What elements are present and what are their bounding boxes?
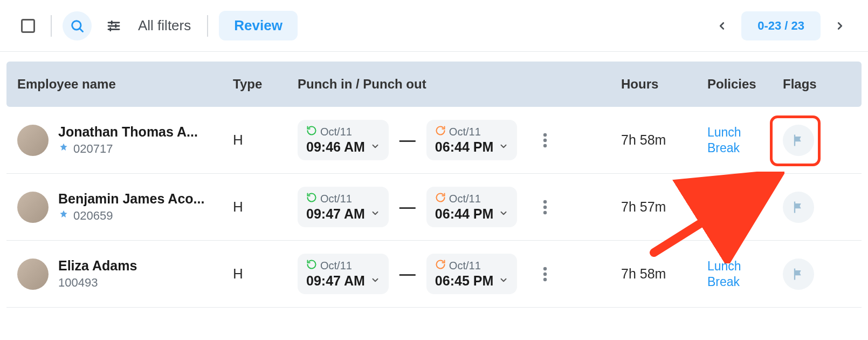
type-cell: H [233, 266, 298, 282]
punch-out-chip[interactable]: Oct/1106:45 PM [426, 254, 517, 294]
dash-separator: — [396, 131, 419, 149]
employee-name: Eliza Adams [58, 258, 137, 274]
chip-date: Oct/11 [320, 126, 352, 138]
flag-button[interactable] [783, 192, 814, 223]
punch-out-chip[interactable]: Oct/1106:44 PM [426, 120, 517, 160]
column-flags[interactable]: Flags [783, 77, 837, 92]
row-actions-button[interactable] [535, 198, 555, 217]
employee-info: Benjamin James Aco...020659 [58, 191, 204, 223]
punch-in-chip[interactable]: Oct/1109:46 AM [298, 120, 389, 160]
type-cell: H [233, 132, 298, 148]
column-punch[interactable]: Punch in / Punch out [298, 77, 621, 92]
svg-point-11 [543, 200, 547, 203]
employee-id-row: 100493 [58, 276, 137, 290]
employee-id: 020659 [73, 209, 113, 223]
chip-bottom: 09:47 AM [306, 206, 380, 222]
policies-link[interactable]: LunchBreak [707, 192, 783, 223]
policy-line: Break [707, 274, 783, 290]
chip-time: 09:47 AM [306, 206, 365, 222]
chip-date: Oct/11 [320, 260, 352, 272]
policy-line: Lunch [707, 259, 783, 274]
svg-point-8 [543, 133, 547, 136]
employee-cell[interactable]: Eliza Adams100493 [17, 258, 233, 290]
star-icon [58, 209, 69, 222]
policy-line: Break [707, 140, 783, 156]
chip-top: Oct/11 [306, 259, 380, 272]
next-page-button[interactable] [828, 14, 852, 38]
chevron-down-icon [499, 208, 508, 220]
chip-bottom: 06:45 PM [435, 273, 508, 289]
hours-cell: 7h 58m [621, 132, 707, 148]
punch-in-icon [306, 192, 317, 205]
employee-id-row: 020659 [58, 209, 204, 223]
chip-top: Oct/11 [435, 192, 508, 205]
chip-time: 09:47 AM [306, 273, 365, 289]
table: Employee name Type Punch in / Punch out … [0, 52, 868, 308]
kebab-icon [543, 200, 547, 215]
sliders-button[interactable] [99, 11, 128, 40]
flags-cell [783, 192, 837, 223]
policies-link[interactable]: LunchBreak [707, 259, 783, 290]
punch-cell: Oct/1109:47 AM—Oct/1106:44 PM [298, 187, 621, 227]
chip-time: 06:45 PM [435, 273, 493, 289]
search-icon [70, 18, 85, 33]
divider [207, 15, 208, 37]
star-icon [58, 142, 69, 155]
punch-in-chip[interactable]: Oct/1109:47 AM [298, 254, 389, 294]
divider [51, 15, 52, 37]
all-filters-button[interactable]: All filters [138, 17, 191, 34]
policies-link[interactable]: LunchBreak [707, 125, 783, 156]
flags-cell [783, 259, 837, 290]
prev-page-button[interactable] [710, 14, 734, 38]
policy-line: Lunch [707, 192, 783, 207]
punch-in-chip[interactable]: Oct/1109:47 AM [298, 187, 389, 227]
table-header: Employee name Type Punch in / Punch out … [6, 62, 862, 107]
svg-point-15 [543, 272, 547, 275]
chip-date: Oct/11 [449, 193, 481, 205]
flags-cell [783, 125, 837, 156]
employee-id: 100493 [58, 276, 98, 290]
hours-cell: 7h 57m [621, 199, 707, 215]
svg-point-9 [543, 138, 547, 141]
employee-info: Eliza Adams100493 [58, 258, 137, 290]
flag-icon [791, 200, 806, 215]
column-policies[interactable]: Policies [707, 77, 783, 92]
row-actions-button[interactable] [535, 264, 555, 284]
chip-date: Oct/11 [320, 193, 352, 205]
column-type[interactable]: Type [233, 77, 298, 92]
avatar [17, 125, 49, 156]
employee-cell[interactable]: Benjamin James Aco...020659 [17, 191, 233, 223]
employee-id-row: 020717 [58, 142, 198, 156]
flag-icon [791, 133, 806, 148]
chip-top: Oct/11 [306, 125, 380, 138]
sliders-icon [106, 18, 122, 34]
table-row: Benjamin James Aco...020659HOct/1109:47 … [6, 174, 862, 241]
dash-separator: — [396, 198, 419, 216]
search-button[interactable] [63, 11, 92, 40]
employee-name: Jonathan Thomas A... [58, 124, 198, 140]
type-cell: H [233, 199, 298, 215]
employee-id: 020717 [73, 142, 113, 156]
dash-separator: — [396, 265, 419, 283]
page-range[interactable]: 0-23 / 23 [741, 11, 821, 40]
chevron-down-icon [370, 208, 380, 220]
chip-top: Oct/11 [435, 259, 508, 272]
row-actions-button[interactable] [535, 131, 555, 150]
chip-date: Oct/11 [449, 260, 481, 272]
employee-cell[interactable]: Jonathan Thomas A...020717 [17, 124, 233, 156]
policy-line: Lunch [707, 125, 783, 140]
punch-out-chip[interactable]: Oct/1106:44 PM [426, 187, 517, 227]
review-button[interactable]: Review [219, 11, 298, 40]
policy-line: Break [707, 207, 783, 223]
flag-button[interactable] [783, 125, 814, 156]
checkbox-icon [21, 19, 35, 33]
column-employee[interactable]: Employee name [17, 77, 233, 92]
punch-cell: Oct/1109:46 AM—Oct/1106:44 PM [298, 120, 621, 160]
chevron-down-icon [499, 275, 508, 287]
punch-in-icon [306, 259, 317, 272]
column-hours[interactable]: Hours [621, 77, 707, 92]
select-all-checkbox[interactable] [16, 14, 40, 38]
chip-bottom: 06:44 PM [435, 139, 508, 155]
flag-button[interactable] [783, 259, 814, 290]
chip-top: Oct/11 [435, 125, 508, 138]
